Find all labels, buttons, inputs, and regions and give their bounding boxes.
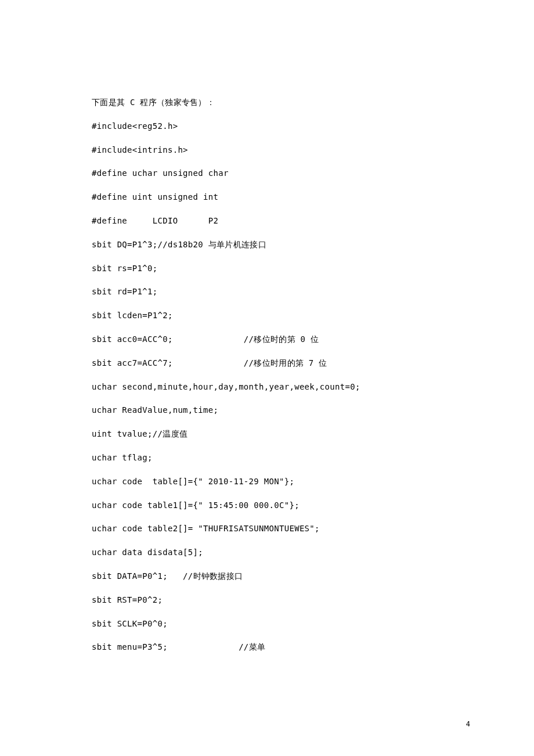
code-line: uchar second,minute,hour,day,month,year,…: [92, 382, 441, 392]
code-line: sbit SCLK=P0^0;: [92, 619, 441, 629]
code-line: uchar code table[]={" 2010-11-29 MON"};: [92, 477, 441, 487]
code-line: uchar tflag;: [92, 453, 441, 463]
code-line: #define uchar unsigned char: [92, 168, 441, 178]
code-line: uchar code table1[]={" 15:45:00 000.0C"}…: [92, 501, 441, 510]
code-line: sbit acc0=ACC^0; //移位时的第 0 位: [92, 334, 441, 344]
code-line: sbit menu=P3^5; //菜单: [92, 642, 441, 652]
code-line: #include<intrins.h>: [92, 145, 441, 155]
code-line: sbit acc7=ACC^7; //移位时用的第 7 位: [92, 358, 441, 368]
code-line: #define LCDIO P2: [92, 216, 441, 226]
code-line: uchar ReadValue,num,time;: [92, 405, 441, 415]
code-line: sbit rd=P1^1;: [92, 287, 441, 297]
code-line: sbit lcden=P1^2;: [92, 311, 441, 321]
code-line: sbit DQ=P1^3;//ds18b20 与单片机连接口: [92, 240, 441, 250]
code-line: #define uint unsigned int: [92, 192, 441, 202]
code-line: sbit DATA=P0^1; //时钟数据接口: [92, 571, 441, 581]
code-line: sbit rs=P1^0;: [92, 264, 441, 273]
code-line: sbit RST=P0^2;: [92, 595, 441, 605]
code-line: #include<reg52.h>: [92, 121, 441, 131]
code-line: 下面是其 C 程序（独家专售）：: [92, 98, 441, 107]
code-line: uint tvalue;//温度值: [92, 429, 441, 439]
code-line: uchar data disdata[5];: [92, 548, 441, 557]
page-number: 4: [466, 720, 470, 728]
code-line: uchar code table2[]= "THUFRISATSUNMONTUE…: [92, 524, 441, 534]
code-document: 下面是其 C 程序（独家专售）： #include<reg52.h> #incl…: [0, 0, 441, 652]
